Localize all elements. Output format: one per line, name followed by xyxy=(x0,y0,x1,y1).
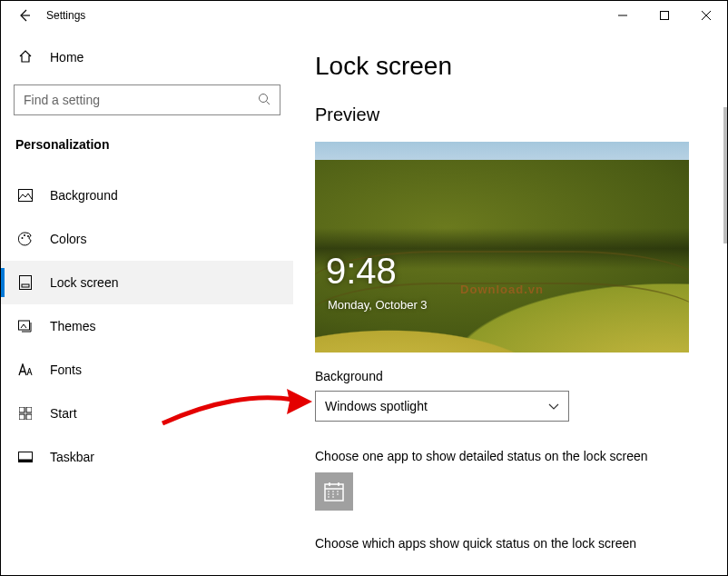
nav-label: Start xyxy=(50,406,77,421)
svg-point-3 xyxy=(22,237,24,239)
close-button[interactable] xyxy=(685,1,727,30)
sidebar: Home Personalization Background xyxy=(1,30,293,575)
svg-rect-7 xyxy=(22,284,29,287)
lockscreen-preview: 9:48 Download.vn Monday, October 3 xyxy=(315,142,689,353)
palette-icon xyxy=(17,232,34,246)
sidebar-item-lockscreen[interactable]: Lock screen xyxy=(1,261,293,304)
preview-date: Monday, October 3 xyxy=(328,298,428,312)
nav-label: Fonts xyxy=(50,362,82,377)
svg-rect-15 xyxy=(325,484,343,501)
themes-icon xyxy=(17,319,34,333)
main-content: Lock screen Preview 9:48 Download.vn Mon… xyxy=(293,30,727,575)
detailed-status-label: Choose one app to show detailed status o… xyxy=(315,449,705,463)
window-controls xyxy=(602,1,727,30)
nav-list: Background Colors Lock screen xyxy=(1,174,293,479)
sidebar-item-colors[interactable]: Colors xyxy=(1,217,293,261)
svg-rect-11 xyxy=(19,414,25,420)
sidebar-item-taskbar[interactable]: Taskbar xyxy=(1,435,293,479)
settings-window: Settings Home xyxy=(0,0,728,576)
maximize-button[interactable] xyxy=(644,1,685,30)
chevron-down-icon xyxy=(548,399,559,413)
scrollbar[interactable] xyxy=(722,107,727,380)
home-icon xyxy=(17,49,34,66)
preview-time: 9:48 xyxy=(326,251,397,292)
quick-status-label: Choose which apps show quick status on t… xyxy=(315,536,705,551)
nav-label: Taskbar xyxy=(50,450,94,464)
search-box[interactable] xyxy=(14,84,280,115)
body: Home Personalization Background xyxy=(1,30,727,575)
titlebar: Settings xyxy=(1,1,727,30)
svg-point-1 xyxy=(260,94,268,102)
sidebar-item-themes[interactable]: Themes xyxy=(1,304,293,348)
nav-label: Themes xyxy=(50,319,96,333)
nav-label: Lock screen xyxy=(50,275,118,290)
lockscreen-icon xyxy=(17,275,34,290)
sidebar-item-background[interactable]: Background xyxy=(1,174,293,217)
minimize-icon xyxy=(618,11,627,20)
close-icon xyxy=(702,11,711,20)
preview-heading: Preview xyxy=(315,104,705,125)
taskbar-icon xyxy=(17,452,34,462)
category-heading: Personalization xyxy=(1,124,293,161)
picture-icon xyxy=(17,189,34,202)
sidebar-item-fonts[interactable]: Fonts xyxy=(1,348,293,392)
minimize-button[interactable] xyxy=(602,1,644,30)
nav-label: Colors xyxy=(50,232,86,246)
detailed-status-app-tile[interactable] xyxy=(315,472,353,511)
preview-watermark: Download.vn xyxy=(460,283,544,296)
svg-rect-10 xyxy=(26,407,32,412)
svg-rect-0 xyxy=(661,12,669,20)
nav-label: Background xyxy=(50,188,118,203)
search-input[interactable] xyxy=(24,93,258,107)
home-label: Home xyxy=(50,50,84,65)
maximize-icon xyxy=(660,11,669,20)
svg-rect-14 xyxy=(19,460,33,462)
svg-rect-2 xyxy=(19,190,33,202)
svg-rect-9 xyxy=(19,407,25,412)
background-label: Background xyxy=(315,369,705,383)
fonts-icon xyxy=(17,363,34,376)
start-icon xyxy=(17,407,34,420)
window-title: Settings xyxy=(41,9,85,22)
page-title: Lock screen xyxy=(315,52,705,81)
svg-point-4 xyxy=(24,234,25,236)
svg-point-5 xyxy=(27,235,29,237)
sidebar-item-start[interactable]: Start xyxy=(1,392,293,435)
back-arrow-icon xyxy=(17,8,32,23)
background-dropdown[interactable]: Windows spotlight xyxy=(315,391,569,422)
search-icon xyxy=(258,93,271,108)
back-button[interactable] xyxy=(8,1,41,30)
calendar-icon xyxy=(324,482,344,502)
svg-rect-12 xyxy=(26,414,32,420)
dropdown-value: Windows spotlight xyxy=(325,399,428,413)
home-nav[interactable]: Home xyxy=(1,39,293,75)
